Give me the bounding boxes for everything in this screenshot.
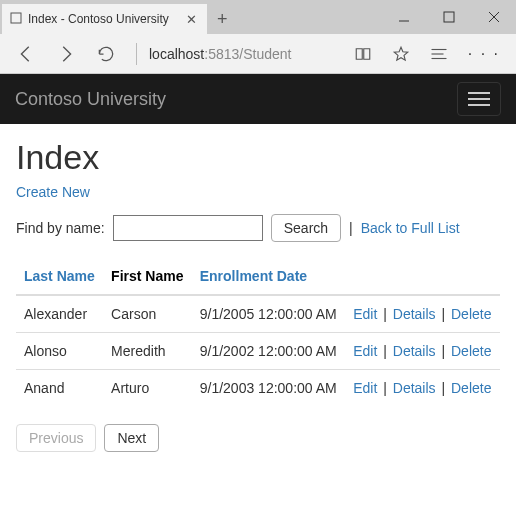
edit-link[interactable]: Edit bbox=[353, 343, 377, 359]
search-input[interactable] bbox=[113, 215, 263, 241]
col-actions bbox=[345, 258, 500, 295]
page-title: Index bbox=[16, 138, 500, 177]
svg-rect-2 bbox=[444, 12, 454, 22]
more-menu-icon[interactable]: · · · bbox=[460, 45, 508, 63]
cell-enrollment-date: 9/1/2002 12:00:00 AM bbox=[192, 333, 346, 370]
next-button[interactable]: Next bbox=[104, 424, 159, 452]
table-row: AlonsoMeredith9/1/2002 12:00:00 AMEdit |… bbox=[16, 333, 500, 370]
cell-first-name: Arturo bbox=[103, 370, 192, 407]
url-path: :5813/Student bbox=[204, 46, 291, 62]
reading-view-icon[interactable] bbox=[346, 37, 380, 71]
minimize-button[interactable] bbox=[381, 0, 426, 34]
edit-link[interactable]: Edit bbox=[353, 306, 377, 322]
page-content: Index Create New Find by name: Search | … bbox=[0, 124, 516, 452]
edit-link[interactable]: Edit bbox=[353, 380, 377, 396]
browser-tab-strip: Index - Contoso University ✕ + bbox=[0, 0, 516, 34]
tab-close-icon[interactable]: ✕ bbox=[184, 12, 199, 27]
col-first-name: First Name bbox=[103, 258, 192, 295]
back-button[interactable] bbox=[8, 36, 44, 72]
address-bar[interactable]: localhost:5813/Student bbox=[149, 46, 291, 62]
cell-first-name: Carson bbox=[103, 295, 192, 333]
col-enrollment-date[interactable]: Enrollment Date bbox=[192, 258, 346, 295]
cell-actions: Edit | Details | Delete bbox=[345, 295, 500, 333]
cell-enrollment-date: 9/1/2005 12:00:00 AM bbox=[192, 295, 346, 333]
page-icon bbox=[10, 12, 22, 27]
refresh-button[interactable] bbox=[88, 36, 124, 72]
back-to-full-list-link[interactable]: Back to Full List bbox=[361, 220, 460, 236]
app-navbar: Contoso University bbox=[0, 74, 516, 124]
students-table: Last Name First Name Enrollment Date Ale… bbox=[16, 258, 500, 406]
cell-first-name: Meredith bbox=[103, 333, 192, 370]
cell-last-name: Alonso bbox=[16, 333, 103, 370]
delete-link[interactable]: Delete bbox=[451, 380, 491, 396]
details-link[interactable]: Details bbox=[393, 380, 436, 396]
cell-last-name: Alexander bbox=[16, 295, 103, 333]
delete-link[interactable]: Delete bbox=[451, 306, 491, 322]
previous-button[interactable]: Previous bbox=[16, 424, 96, 452]
delete-link[interactable]: Delete bbox=[451, 343, 491, 359]
toolbar-separator bbox=[136, 43, 137, 65]
hamburger-menu-icon[interactable] bbox=[457, 82, 501, 116]
table-row: AlexanderCarson9/1/2005 12:00:00 AMEdit … bbox=[16, 295, 500, 333]
new-tab-button[interactable]: + bbox=[207, 4, 238, 34]
create-new-link[interactable]: Create New bbox=[16, 184, 90, 200]
details-link[interactable]: Details bbox=[393, 343, 436, 359]
search-button[interactable]: Search bbox=[271, 214, 341, 242]
tab-title: Index - Contoso University bbox=[28, 12, 184, 26]
pager: Previous Next bbox=[16, 424, 500, 452]
reading-list-icon[interactable] bbox=[422, 37, 456, 71]
svg-rect-0 bbox=[11, 13, 21, 23]
search-row: Find by name: Search | Back to Full List bbox=[16, 214, 500, 242]
close-window-button[interactable] bbox=[471, 0, 516, 34]
brand-title[interactable]: Contoso University bbox=[15, 89, 166, 110]
search-label: Find by name: bbox=[16, 220, 105, 236]
browser-tab[interactable]: Index - Contoso University ✕ bbox=[2, 4, 207, 34]
cell-actions: Edit | Details | Delete bbox=[345, 333, 500, 370]
forward-button[interactable] bbox=[48, 36, 84, 72]
cell-enrollment-date: 9/1/2003 12:00:00 AM bbox=[192, 370, 346, 407]
details-link[interactable]: Details bbox=[393, 306, 436, 322]
separator: | bbox=[349, 220, 353, 236]
maximize-button[interactable] bbox=[426, 0, 471, 34]
torn-edge-decoration bbox=[0, 462, 516, 502]
cell-last-name: Anand bbox=[16, 370, 103, 407]
favorite-star-icon[interactable] bbox=[384, 37, 418, 71]
window-controls bbox=[381, 0, 516, 34]
table-row: AnandArturo9/1/2003 12:00:00 AMEdit | De… bbox=[16, 370, 500, 407]
browser-toolbar: localhost:5813/Student · · · bbox=[0, 34, 516, 74]
col-last-name[interactable]: Last Name bbox=[16, 258, 103, 295]
url-host: localhost bbox=[149, 46, 204, 62]
cell-actions: Edit | Details | Delete bbox=[345, 370, 500, 407]
